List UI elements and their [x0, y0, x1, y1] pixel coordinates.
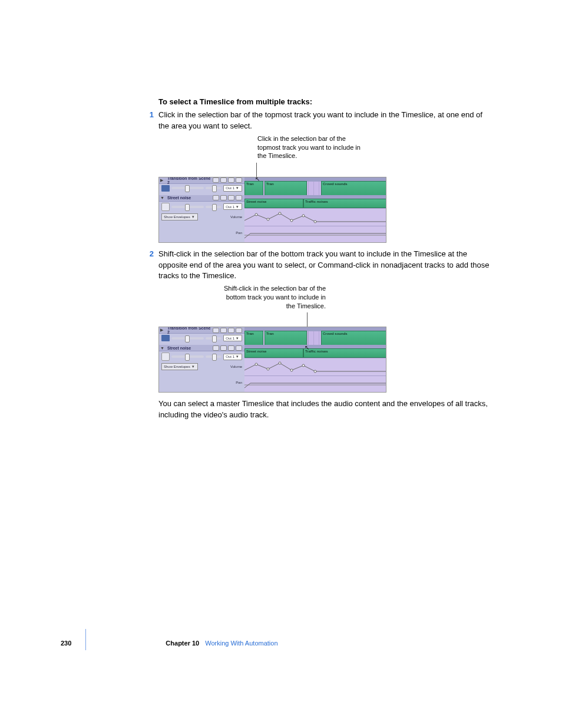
track-2-name: Street noise: [167, 196, 191, 200]
chapter-label: Chapter 10: [166, 640, 199, 647]
pan-envelope: [244, 375, 386, 393]
svg-point-9: [290, 369, 293, 371]
output-chip: Out 1 ▾: [223, 354, 242, 360]
step-text: Shift-click in the selection bar of the …: [158, 249, 494, 282]
pan-label: Pan: [236, 231, 242, 235]
step-number: 1: [143, 110, 158, 132]
slider: [171, 337, 204, 340]
output-chip: Out 1 ▾: [223, 185, 242, 192]
disclosure-icon: ▶: [160, 328, 163, 332]
slider: [206, 337, 222, 340]
slider: [206, 206, 222, 208]
clip-label: Tran: [245, 332, 255, 335]
track-controls: [213, 195, 242, 200]
figure-1: Click in the selection bar of the topmos…: [158, 177, 494, 243]
cursor-icon: ↖: [305, 344, 309, 351]
track-1-name: Transition from Scene 2: [167, 177, 213, 185]
callout-text-2: Shift-click in the selection bar of the …: [220, 284, 326, 311]
svg-point-8: [279, 362, 281, 364]
clip-label: Traffic noises: [304, 200, 329, 203]
volume-envelope: [244, 358, 386, 376]
svg-point-7: [267, 368, 269, 370]
svg-point-1: [267, 218, 269, 220]
svg-point-5: [314, 220, 316, 223]
pan-envelope: [244, 226, 386, 243]
clip-label: Street noise: [245, 200, 267, 203]
clip-label: Tran: [265, 332, 275, 335]
svg-point-2: [279, 212, 281, 215]
svg-point-11: [314, 370, 316, 373]
chapter-title: Working With Automation: [205, 640, 277, 647]
svg-point-4: [302, 215, 305, 217]
track-controls: [213, 177, 242, 183]
step-number: 2: [143, 249, 158, 282]
cursor-icon: ↖: [255, 177, 260, 182]
footer-divider: [85, 629, 86, 650]
output-chip: Out 1 ▾: [223, 335, 242, 341]
slider: [206, 187, 222, 189]
clip-label: Crowd sounds: [322, 182, 349, 186]
figure-2: Shift-click in the selection bar of the …: [158, 327, 494, 393]
page-footer: 230 Chapter 10 Working With Automation: [61, 636, 278, 650]
step-2: 2 Shift-click in the selection bar of th…: [143, 249, 494, 282]
volume-label: Volume: [230, 365, 242, 368]
screenshot-2: ▶ Transition from Scene 2 Out 1 ▾: [158, 327, 386, 393]
disclosure-icon: ▼: [160, 346, 164, 350]
svg-point-0: [255, 213, 257, 216]
track-controls: [213, 345, 242, 351]
step-text: Click in the selection bar of the topmos…: [158, 110, 494, 132]
volume-envelope: [244, 208, 386, 226]
callout-text-1: Click in the selection bar of the topmos…: [257, 134, 363, 161]
slider: [206, 355, 222, 358]
track-1-name: Transition from Scene 2: [167, 327, 213, 334]
slider: [171, 355, 204, 358]
screenshot-1: ▶ Transition from Scene 2 Out 1 ▾: [158, 177, 386, 243]
output-chip: Out 1 ▾: [223, 203, 242, 210]
track-2-name: Street noise: [167, 346, 191, 350]
track-controls: [213, 328, 242, 333]
show-envelopes-button: Show Envelopes ▾: [161, 213, 198, 220]
svg-point-6: [255, 363, 257, 365]
svg-point-3: [290, 219, 293, 222]
section-heading: To select a Timeslice from multiple trac…: [158, 97, 494, 106]
conclusion-text: You can select a master Timeslice that i…: [158, 398, 494, 421]
lock-icon: [161, 203, 170, 211]
clip-label: Tran: [245, 182, 255, 186]
slider: [171, 206, 204, 208]
volume-label: Volume: [230, 215, 242, 219]
disclosure-icon: ▶: [160, 178, 163, 183]
svg-point-10: [302, 364, 305, 367]
slider: [171, 187, 204, 189]
lock-icon: [161, 353, 170, 361]
track-thumb: [161, 185, 170, 192]
step-1: 1 Click in the selection bar of the topm…: [143, 110, 494, 132]
pan-label: Pan: [236, 381, 242, 384]
page-number: 230: [61, 640, 71, 647]
clip-label: Tran: [265, 182, 275, 186]
disclosure-icon: ▼: [160, 196, 164, 200]
clip-label: Crowd sounds: [322, 332, 349, 335]
clip-label: Street noise: [245, 350, 267, 353]
track-thumb: [161, 335, 170, 341]
show-envelopes-button: Show Envelopes ▾: [161, 363, 198, 370]
